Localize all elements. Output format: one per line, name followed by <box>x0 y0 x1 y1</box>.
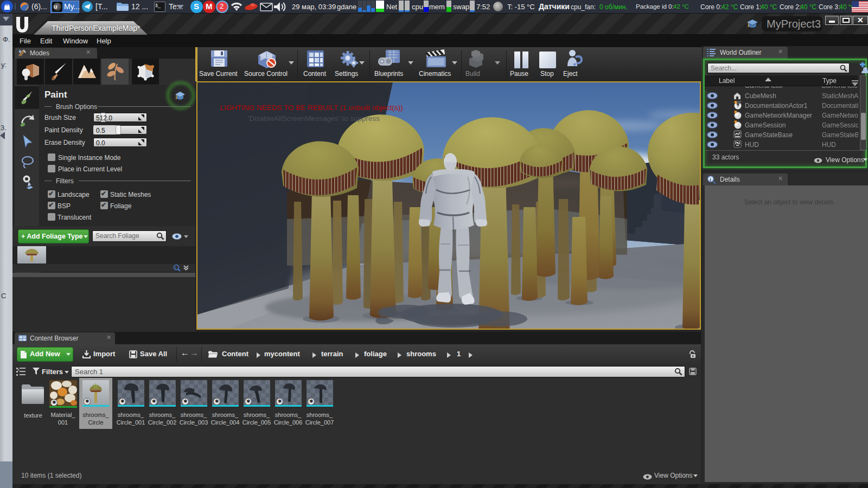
svg-text:i: i <box>175 265 176 270</box>
svg-text:'DisableAllScreenMessages' to: 'DisableAllScreenMessages' to suppress <box>248 114 380 123</box>
svg-text:?: ? <box>737 103 740 108</box>
svg-text:LIGHTING NEEDS TO BE REBUILT (: LIGHTING NEEDS TO BE REBUILT (1 unbuilt … <box>220 104 403 112</box>
